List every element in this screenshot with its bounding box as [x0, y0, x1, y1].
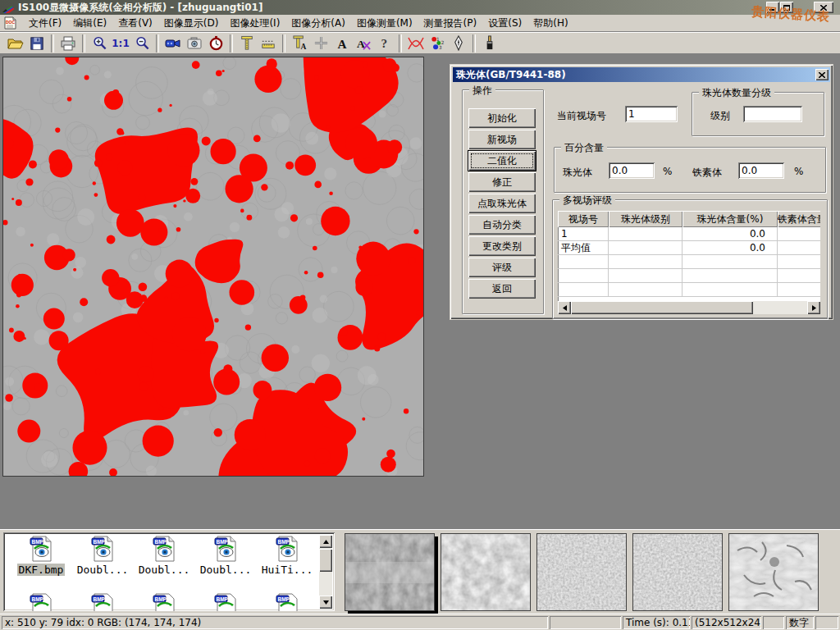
file-item[interactable]: BMP [134, 593, 194, 611]
ferrite-percent-input[interactable]: 0.0 [738, 162, 784, 179]
measure-distance-button[interactable] [258, 34, 279, 53]
bmp-file-icon: BMP [89, 536, 116, 562]
cell-content [682, 255, 778, 269]
table-row[interactable]: 平均值 0.0 [558, 241, 820, 255]
menu-view[interactable]: 查看(V) [112, 15, 158, 32]
brush-tool-button[interactable] [479, 34, 500, 53]
percent-group: 百分含量 珠光体 0.0 % 铁素体 0.0 % [554, 147, 826, 193]
file-item[interactable]: BMP [72, 593, 133, 611]
multi-field-group-label: 多视场评级 [559, 194, 615, 208]
change-class-button[interactable]: 更改类别 [468, 236, 536, 256]
video-camera-icon [165, 37, 181, 50]
snapshot-button[interactable] [184, 34, 205, 53]
cell-grade [609, 227, 682, 241]
menu-measure-report[interactable]: 测量报告(P) [418, 15, 483, 32]
initialize-button[interactable]: 初始化 [468, 108, 536, 128]
menu-image-display[interactable]: 图像显示(D) [158, 15, 225, 32]
specimen-image[interactable] [2, 57, 424, 477]
scroll-left-button[interactable] [558, 301, 571, 314]
actual-size-button[interactable]: 1:1 [110, 34, 131, 53]
help-button[interactable]: ? [374, 34, 395, 53]
measure-annotate-button[interactable]: A [289, 34, 310, 53]
scrollbar-track[interactable] [753, 301, 807, 314]
thumbnail-3[interactable] [536, 533, 627, 611]
file-browser[interactable]: BMP DKF.bmp BMP Doubl... BMP Doubl... [3, 532, 335, 611]
svg-text:BMP: BMP [217, 539, 229, 545]
pearlite-percent-input[interactable]: 0.0 [609, 162, 655, 179]
menu-image-processing[interactable]: 图像处理(I) [224, 15, 285, 32]
close-button[interactable] [814, 2, 833, 13]
zoom-in-button[interactable] [89, 34, 110, 53]
menu-settings[interactable]: 设置(S) [482, 15, 527, 32]
horizontal-ruler-icon [260, 36, 276, 51]
menu-edit[interactable]: 编辑(E) [67, 15, 112, 32]
open-file-button[interactable] [5, 34, 26, 53]
document-icon[interactable]: DOC [3, 16, 18, 30]
curve-tool-button[interactable] [405, 34, 427, 53]
menu-image-analysis[interactable]: 图像分析(A) [285, 15, 351, 32]
file-item[interactable]: BMP HuiTi... [257, 536, 317, 576]
current-field-input[interactable]: 1 [625, 106, 678, 122]
return-button[interactable]: 返回 [468, 279, 536, 299]
measure-length-button[interactable] [236, 34, 258, 53]
file-item[interactable]: BMP Doubl... [134, 536, 194, 576]
thumbnail-4[interactable] [632, 533, 723, 611]
toolbar: 1:1 A A A ? 123 [0, 32, 840, 54]
delete-text-button[interactable]: A [353, 34, 374, 53]
pearlite-label: 珠光体 [563, 166, 592, 180]
auto-classify-button[interactable]: 自动分类 [468, 215, 536, 235]
file-list-vertical-scrollbar[interactable] [319, 535, 332, 609]
scroll-right-button[interactable] [807, 301, 820, 314]
arrow-up-icon [323, 540, 329, 544]
pen-tool-button[interactable] [448, 34, 469, 53]
pick-pearlite-button[interactable]: 点取珠光体 [468, 194, 536, 213]
classify-points-button[interactable]: 123 [427, 34, 448, 53]
menu-help[interactable]: 帮助(H) [527, 15, 573, 32]
file-item[interactable]: BMP [195, 593, 256, 611]
scroll-down-button[interactable] [319, 596, 332, 609]
multi-field-table[interactable]: 视场号 珠光体级别 珠光体含量(%) 铁素体含量(%) 1 0.0 平均值 0.… [558, 211, 820, 313]
app-icon [2, 2, 15, 13]
file-item[interactable]: BMP [257, 593, 317, 611]
stopwatch-icon [208, 35, 224, 51]
dialog-close-button[interactable] [815, 69, 829, 80]
file-name: Doubl... [137, 564, 192, 576]
operations-group: 操作 初始化 新视场 二值化 修正 点取珠光体 自动分类 更改类别 评级 返回 [462, 89, 544, 314]
timer-button[interactable] [205, 34, 226, 53]
grade-button[interactable]: 评级 [468, 258, 536, 277]
file-item[interactable]: BMP [11, 593, 71, 611]
scrollbar-thumb[interactable] [319, 549, 332, 572]
table-horizontal-scrollbar[interactable] [558, 301, 820, 314]
level-input[interactable] [743, 106, 802, 122]
thumbnail-1[interactable] [345, 533, 435, 611]
toolbar-separator [399, 34, 402, 52]
percent-group-label: 百分含量 [561, 141, 607, 155]
camera-icon [186, 36, 203, 50]
scroll-up-button[interactable] [319, 535, 332, 548]
new-field-button[interactable]: 新视场 [468, 130, 536, 149]
menu-file[interactable]: 文件(F) [23, 15, 67, 32]
video-capture-button[interactable] [162, 34, 184, 53]
save-icon [30, 36, 44, 51]
maximize-button[interactable] [780, 2, 793, 13]
thumbnail-5[interactable] [728, 533, 819, 611]
grade-group-label: 珠光体数量分级 [699, 86, 774, 100]
bmp-file-icon: BMP [28, 593, 54, 611]
text-tool-button[interactable]: A [331, 34, 353, 53]
move-tool-button[interactable] [310, 34, 331, 53]
file-item[interactable]: BMP DKF.bmp [11, 536, 71, 576]
file-item[interactable]: BMP Doubl... [195, 536, 256, 576]
correct-button[interactable]: 修正 [468, 172, 536, 192]
status-image-size: (512x512x24) [692, 616, 761, 629]
maximize-icon [783, 5, 790, 11]
minimize-button[interactable] [766, 2, 779, 13]
scrollbar-thumb[interactable] [571, 301, 753, 314]
print-button[interactable] [57, 34, 79, 53]
menu-image-measure[interactable]: 图像测量(M) [351, 15, 418, 32]
zoom-out-button[interactable] [131, 34, 153, 53]
binarize-button[interactable]: 二值化 [468, 151, 536, 171]
file-item[interactable]: BMP Doubl... [72, 536, 133, 576]
save-button[interactable] [26, 34, 48, 53]
thumbnail-2[interactable] [441, 533, 531, 611]
table-row[interactable]: 1 0.0 [558, 227, 820, 241]
